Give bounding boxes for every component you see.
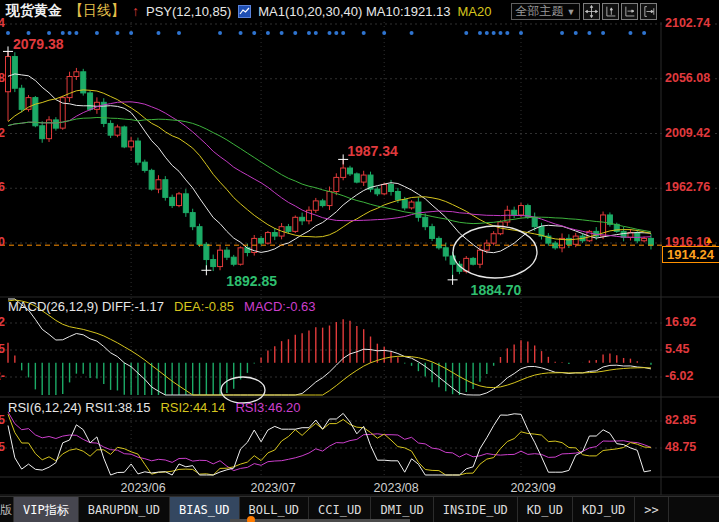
indicator-tab-kd_ud[interactable]: KD_UD <box>518 497 573 522</box>
rsi-axis-label: 82.85 <box>663 413 698 427</box>
indicator-tab-barupdn_ud[interactable]: BARUPDN_UD <box>79 497 170 522</box>
macd-dea-value: DEA:-0.85 <box>174 299 234 314</box>
ma-values-label: MA1(10,20,30,40) MA10:1921.13 <box>258 4 450 19</box>
clipped-left-axis-label: 16.92 <box>0 315 5 329</box>
clipped-left-axis-label: 2009.42 <box>0 126 5 140</box>
chevron-down-icon: ▼ <box>567 7 576 17</box>
rsi2-value: RSI2:44.14 <box>160 400 225 415</box>
clipped-left-axis-label: 1916.10 <box>0 235 5 249</box>
trading-app-window: 2079.381892.851987.341884.70 现货黄金 【日线】 ↑… <box>0 0 719 522</box>
month-label: 2023/06 <box>121 481 166 495</box>
symbol-name: 现货黄金 <box>6 2 62 20</box>
rsi-axis-label: 48.75 <box>663 440 698 454</box>
current-price-arrow-icon: ▲ <box>704 234 714 245</box>
indicator-tab-[interactable]: 版 <box>0 497 14 522</box>
shift-right-button[interactable] <box>640 3 657 20</box>
rsi3-value: RSI3:46.20 <box>235 400 300 415</box>
indicator-tab->>[interactable]: >> <box>635 497 668 522</box>
month-label: 2023/07 <box>250 481 295 495</box>
clipped-left-axis-label: -6.02 <box>0 369 5 383</box>
price-axis-label: 1962.76 <box>663 180 712 194</box>
indicator-tab-inside_ud[interactable]: INSIDE_UD <box>434 497 518 522</box>
up-arrow-icon: ↑ <box>132 4 139 18</box>
price-axis-label: 2009.42 <box>663 126 712 140</box>
indicator-tab-vip[interactable]: VIP指标 <box>14 497 79 522</box>
indicator-tab-kdj_ud[interactable]: KDJ_UD <box>573 497 635 522</box>
scale-x-axis-button[interactable] <box>621 3 638 20</box>
current-price-tag: 1914.24 <box>662 246 719 263</box>
macd-axis-label: 16.92 <box>663 315 698 329</box>
chart-canvas[interactable]: 2079.381892.851987.341884.70 <box>0 0 719 496</box>
period-label: 【日线】 <box>69 2 125 20</box>
crosshair-pan-button[interactable] <box>583 3 600 20</box>
month-label: 2023/08 <box>374 481 419 495</box>
theme-dropdown[interactable]: 全部主题 ▼ <box>511 3 580 20</box>
clipped-left-axis-label: 2056.08 <box>0 71 5 85</box>
theme-dropdown-label: 全部主题 <box>516 3 564 20</box>
clipped-left-axis-label: 1962.76 <box>0 180 5 194</box>
ma-chart-icon <box>238 5 251 18</box>
price-annotation-1987.34: 1987.34 <box>347 143 398 159</box>
clipped-left-axis-label: 82.85 <box>0 413 5 427</box>
clipped-left-axis-label: 48.75 <box>0 440 5 454</box>
rsi-name-and-rsi1: RSI(6,12,24) RSI1:38.15 <box>8 400 150 415</box>
ma20-label: MA20 <box>458 4 492 19</box>
scale-y-axis-button[interactable] <box>602 3 619 20</box>
chart-toolbar <box>583 3 657 20</box>
price-annotation-1892.85: 1892.85 <box>226 273 277 289</box>
price-annotation-1884.70: 1884.70 <box>471 282 522 298</box>
macd-macd-value: MACD:-0.63 <box>244 299 316 314</box>
price-axis-label: 2056.08 <box>663 71 712 85</box>
clipped-left-axis-label: 5.45 <box>0 342 5 356</box>
scrollbar-marker[interactable] <box>247 516 255 522</box>
macd-axis-label: 5.45 <box>663 342 691 356</box>
macd-axis-label: -6.02 <box>663 369 696 383</box>
month-label: 2023/09 <box>510 481 555 495</box>
price-annotation-2079.38: 2079.38 <box>13 36 64 52</box>
psy-indicator-label: PSY(12,10,85) <box>146 4 231 19</box>
macd-header: MACD(26,12,9) DIFF:-1.17 DEA:-0.85 MACD:… <box>8 299 316 314</box>
rsi-header: RSI(6,12,24) RSI1:38.15 RSI2:44.14 RSI3:… <box>8 400 300 415</box>
macd-name-and-diff: MACD(26,12,9) DIFF:-1.17 <box>8 299 164 314</box>
